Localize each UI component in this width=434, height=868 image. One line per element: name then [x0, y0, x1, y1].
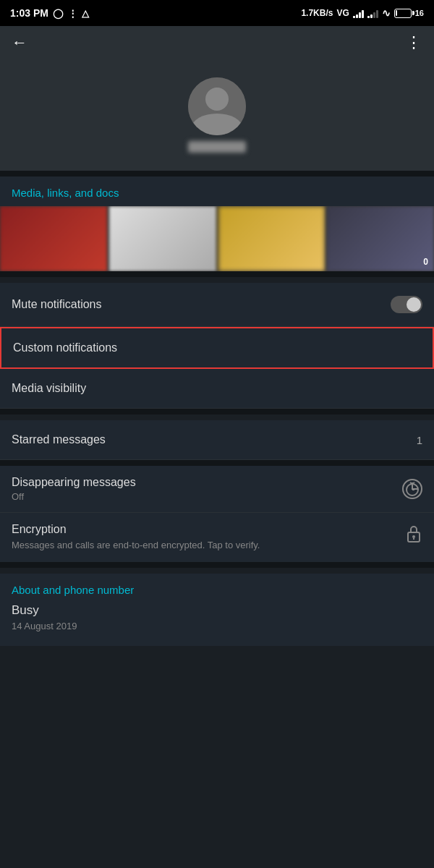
media-section-label: Media, links, and docs	[12, 187, 422, 199]
about-value: Busy	[12, 603, 422, 618]
encryption-description: Messages and calls are end-to-end encryp…	[12, 539, 260, 552]
header-toolbar: ← ⋮	[0, 26, 434, 59]
mute-notifications-item[interactable]: Mute notifications	[0, 283, 434, 327]
wifi-icon: ∿	[382, 7, 391, 19]
starred-messages-item[interactable]: Starred messages 1	[0, 420, 434, 460]
divider-4	[0, 460, 434, 466]
disappearing-messages-status: Off	[12, 491, 136, 502]
disappearing-messages-label: Disappearing messages	[12, 476, 136, 489]
svg-point-6	[412, 535, 415, 538]
media-count: 0	[423, 257, 428, 267]
avatar-container	[188, 77, 246, 153]
data-speed: 1.7KB/s	[301, 8, 333, 18]
avatar	[188, 77, 246, 135]
starred-messages-label: Starred messages	[12, 433, 106, 446]
lock-icon	[405, 524, 422, 548]
status-left: 1:03 PM ◯ ⋮ △	[10, 7, 89, 19]
grid-icon: ⋮	[68, 8, 77, 19]
divider-1	[0, 171, 434, 176]
media-section[interactable]: Media, links, and docs 0	[0, 176, 434, 271]
encryption-item[interactable]: Encryption Messages and calls are end-to…	[0, 513, 434, 562]
battery-indicator	[394, 9, 412, 18]
starred-messages-count: 1	[417, 434, 422, 446]
status-right: 1.7KB/s VG ∿ 16	[301, 7, 424, 19]
toggle-thumb	[407, 297, 421, 312]
profile-area	[0, 59, 434, 171]
timer-icon	[402, 479, 422, 499]
mute-notifications-toggle[interactable]	[391, 296, 422, 313]
settings-section: Mute notifications Custom notifications …	[0, 283, 434, 409]
signal-bars-2	[367, 9, 378, 18]
avatar-shoulders	[192, 114, 242, 135]
media-thumb-3	[218, 206, 326, 271]
more-options-button[interactable]: ⋮	[406, 33, 422, 52]
about-section: About and phone number Busy 14 August 20…	[0, 574, 434, 646]
encryption-text-area: Encryption Messages and calls are end-to…	[12, 523, 260, 552]
battery-text: 16	[415, 9, 424, 17]
network-type: VG	[336, 8, 349, 18]
about-date: 14 August 2019	[12, 621, 422, 631]
media-thumb-1	[0, 206, 107, 271]
status-time: 1:03 PM	[10, 7, 48, 19]
contact-name-blurred	[188, 141, 246, 153]
disappearing-section: Disappearing messages Off Encryption Mes…	[0, 466, 434, 562]
avatar-head	[205, 88, 229, 111]
alert-icon: △	[82, 8, 89, 19]
disappearing-messages-text: Disappearing messages Off	[12, 476, 136, 502]
media-thumb-4	[327, 206, 434, 271]
starred-section: Starred messages 1	[0, 420, 434, 460]
media-thumb-2	[109, 206, 216, 271]
custom-notifications-label: Custom notifications	[13, 341, 117, 354]
divider-5	[0, 562, 434, 568]
media-visibility-label: Media visibility	[12, 382, 86, 395]
about-section-label: About and phone number	[12, 584, 422, 596]
avatar-body	[188, 77, 246, 135]
back-button[interactable]: ←	[12, 33, 27, 52]
media-visibility-item[interactable]: Media visibility	[0, 369, 434, 409]
signal-bars-1	[353, 9, 364, 18]
media-strip[interactable]: 0	[0, 206, 434, 271]
profile-header: ← ⋮	[0, 26, 434, 171]
facebook-icon: ◯	[53, 8, 64, 19]
divider-2	[0, 271, 434, 277]
divider-3	[0, 409, 434, 414]
mute-notifications-label: Mute notifications	[12, 298, 102, 311]
status-bar: 1:03 PM ◯ ⋮ △ 1.7KB/s VG ∿ 16	[0, 0, 434, 26]
disappearing-messages-item[interactable]: Disappearing messages Off	[0, 466, 434, 513]
custom-notifications-item[interactable]: Custom notifications	[0, 327, 434, 369]
encryption-title: Encryption	[12, 523, 260, 536]
